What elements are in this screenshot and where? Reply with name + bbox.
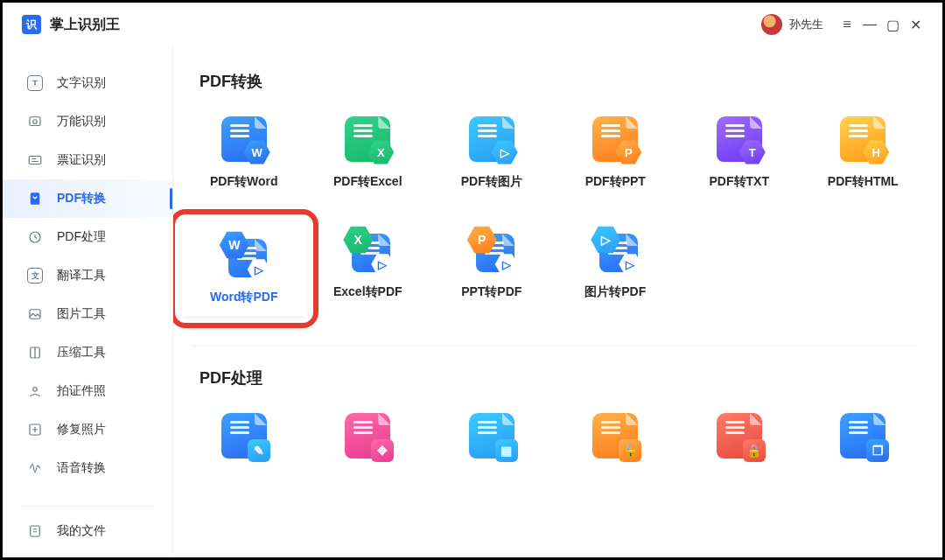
app-logo-icon: 识 (22, 15, 41, 34)
tile-process-2[interactable]: ▦ (430, 408, 554, 476)
grid-pdf-to: WPDF转WordXPDF转Excel▷PDF转图片PPDF转PPTTPDF转T… (173, 111, 934, 346)
tile-label: PDF转图片 (461, 174, 522, 190)
tile-label: PDF转PPT (585, 174, 646, 190)
tile-pdf-to-4[interactable]: TPDF转TXT (677, 111, 802, 195)
sidebar-item-translate[interactable]: 文 翻译工具 (3, 256, 172, 295)
sidebar-item-label: PDF处理 (57, 229, 106, 245)
tile-pdf-to-3[interactable]: PPDF转PPT (554, 111, 678, 195)
tile-icon: X▷ (345, 227, 390, 272)
tile-label: 图片转PDF (584, 284, 646, 300)
sidebar-item-label: 图片工具 (57, 306, 106, 322)
tile-pdf-to-0[interactable]: WPDF转Word (182, 111, 306, 195)
tile-icon: P▷ (469, 227, 514, 272)
tile-icon: ▷ (469, 116, 514, 162)
sidebar-item-id-photo[interactable]: 拍证件照 (3, 372, 172, 410)
action-badge-icon: ❐ (866, 439, 889, 462)
sidebar-item-my-files[interactable]: 我的文件 (3, 512, 172, 550)
section-title-convert: PDF转换 (200, 71, 934, 92)
section-divider (191, 346, 916, 346)
section-title-process: PDF处理 (200, 368, 934, 388)
tile-icon: H (840, 116, 886, 162)
svg-rect-2 (29, 157, 41, 164)
sidebar-item-label: 压缩工具 (57, 345, 106, 360)
compress-icon (27, 345, 43, 360)
minimize-button[interactable]: — (858, 13, 881, 36)
avatar[interactable] (761, 14, 782, 35)
svg-rect-9 (31, 526, 40, 536)
app-title: 掌上识别王 (50, 16, 120, 34)
svg-point-1 (33, 120, 38, 124)
tile-to-pdf-2[interactable]: P▷PPT转PDF (430, 221, 554, 316)
maximize-button[interactable]: ▢ (881, 13, 904, 36)
action-badge-icon: ✥ (371, 439, 394, 462)
sidebar-item-label: 票证识别 (57, 152, 106, 168)
tile-label: Excel转PDF (333, 284, 402, 300)
tile-pdf-to-1[interactable]: XPDF转Excel (306, 111, 430, 195)
tile-icon: W▷ (221, 232, 267, 277)
sidebar: T 文字识别 万能识别 票证识别 PDF转换 PDF处理 (3, 46, 173, 557)
repair-icon (27, 422, 43, 438)
action-badge-icon: ✎ (248, 439, 270, 462)
ticket-icon (27, 152, 43, 168)
tile-to-pdf-3[interactable]: ▷▷图片转PDF (554, 221, 678, 316)
titlebar: 识 掌上识别王 孙先生 ≡ — ▢ ✕ (3, 3, 942, 46)
tile-icon: ✥ (345, 413, 390, 458)
grid-pdf-process: ✎✥▦🔓🔒❐ (173, 408, 934, 476)
action-badge-icon: ▦ (495, 439, 518, 462)
tile-process-1[interactable]: ✥ (306, 408, 430, 476)
svg-rect-0 (30, 117, 40, 126)
universal-icon (27, 114, 43, 130)
main-content: PDF转换 WPDF转WordXPDF转Excel▷PDF转图片PPDF转PPT… (173, 46, 942, 557)
sidebar-item-label: PDF转换 (57, 191, 106, 206)
action-badge-icon: 🔒 (743, 439, 766, 462)
tile-process-3[interactable]: 🔓 (554, 408, 678, 476)
tile-process-0[interactable]: ✎ (182, 408, 306, 476)
sidebar-item-universal[interactable]: 万能识别 (3, 102, 172, 141)
tile-process-4[interactable]: 🔒 (677, 408, 802, 476)
tile-pdf-to-2[interactable]: ▷PDF转图片 (430, 111, 554, 195)
sidebar-item-label: 万能识别 (57, 114, 106, 130)
tile-label: PDF转Word (210, 174, 278, 190)
tile-to-pdf-0[interactable]: W▷Word转PDF (182, 221, 306, 316)
tile-label: Word转PDF (210, 290, 278, 305)
svg-point-7 (33, 388, 38, 392)
sidebar-item-audio[interactable]: 语音转换 (3, 449, 172, 487)
tile-icon: ▦ (469, 413, 514, 458)
sidebar-item-image-tools[interactable]: 图片工具 (3, 295, 172, 333)
tile-icon: P (592, 116, 638, 162)
translate-icon: 文 (27, 268, 43, 284)
sidebar-item-label: 语音转换 (57, 460, 106, 476)
sidebar-item-ticket[interactable]: 票证识别 (3, 141, 172, 179)
sidebar-item-label: 修复照片 (57, 422, 106, 438)
action-badge-icon: 🔓 (619, 439, 641, 462)
tile-icon: T (717, 116, 762, 162)
tile-pdf-to-5[interactable]: HPDF转HTML (802, 111, 926, 195)
menu-icon[interactable]: ≡ (836, 13, 858, 36)
tile-to-pdf-1[interactable]: X▷Excel转PDF (306, 221, 430, 316)
tile-icon: X (345, 116, 390, 162)
sidebar-item-label: 翻译工具 (57, 268, 106, 284)
sidebar-item-photo-repair[interactable]: 修复照片 (3, 410, 172, 449)
audio-icon (27, 460, 43, 476)
sidebar-item-label: 文字识别 (57, 75, 106, 91)
tile-label: PPT转PDF (461, 284, 522, 300)
tile-label: PDF转HTML (828, 174, 899, 190)
tile-icon: 🔓 (592, 413, 638, 458)
tile-icon: ✎ (221, 413, 267, 458)
tile-label: PDF转Excel (333, 174, 402, 190)
tile-icon: W (221, 116, 267, 162)
tile-label: PDF转TXT (710, 174, 769, 190)
pdf-convert-icon (27, 191, 43, 206)
sidebar-item-text-ocr[interactable]: T 文字识别 (3, 64, 172, 102)
text-ocr-icon: T (27, 75, 43, 91)
sidebar-item-pdf-convert[interactable]: PDF转换 (3, 179, 172, 218)
svg-rect-5 (30, 310, 40, 319)
id-photo-icon (27, 383, 43, 399)
tile-icon: 🔒 (717, 413, 762, 458)
sidebar-item-pdf-process[interactable]: PDF处理 (3, 218, 172, 256)
tile-process-5[interactable]: ❐ (802, 408, 926, 476)
tile-icon: ▷▷ (592, 227, 638, 272)
sidebar-item-compress[interactable]: 压缩工具 (3, 333, 172, 372)
close-button[interactable]: ✕ (904, 13, 927, 36)
user-name[interactable]: 孙先生 (789, 17, 823, 32)
